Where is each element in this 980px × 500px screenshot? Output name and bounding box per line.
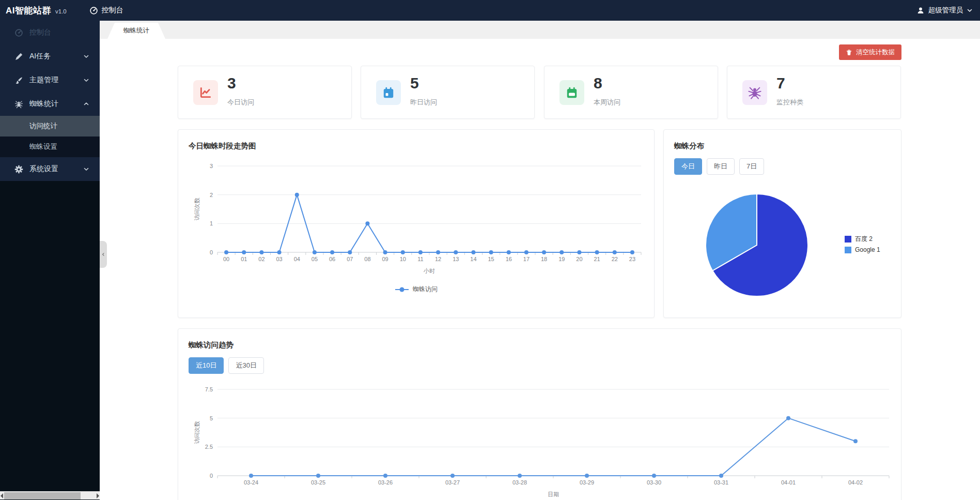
svg-text:06: 06 [329, 256, 335, 262]
legend-swatch [845, 247, 851, 253]
sidebar-item-system-settings[interactable]: 系统设置 [0, 157, 100, 181]
svg-text:17: 17 [523, 256, 530, 262]
filter-7day-button[interactable]: 7日 [739, 158, 764, 175]
topbar: AI智能站群 v1.0 控制台 超级管理员 [0, 0, 980, 21]
legend-item-baidu[interactable]: 百度 2 [845, 235, 880, 244]
clear-stats-button[interactable]: 清空统计数据 [839, 44, 901, 60]
svg-text:19: 19 [558, 256, 565, 262]
svg-text:01: 01 [241, 256, 247, 262]
svg-text:日期: 日期 [548, 491, 559, 497]
scroll-left-arrow[interactable] [1, 493, 3, 498]
filter-30day-button[interactable]: 近30日 [228, 357, 263, 374]
svg-text:7.5: 7.5 [205, 386, 213, 392]
stat-label: 本周访问 [594, 98, 620, 107]
spider-icon [742, 80, 767, 105]
sidebar: 控制台 AI任务 主题管理 蜘蛛统计 访问统计 蜘蛛设置 系统设置 [0, 21, 100, 500]
stat-label: 昨日访问 [410, 98, 437, 107]
stat-value: 5 [410, 74, 419, 92]
svg-text:16: 16 [506, 256, 512, 262]
sidebar-item-label: 控制台 [29, 28, 51, 37]
horizontal-scrollbar[interactable] [0, 491, 100, 499]
svg-text:09: 09 [382, 256, 388, 262]
svg-text:05: 05 [312, 256, 318, 262]
svg-text:04: 04 [294, 256, 300, 262]
sidebar-subitem-label: 蜘蛛设置 [29, 142, 57, 151]
user-menu[interactable]: 超级管理员 [916, 6, 973, 15]
sidebar-item-themes[interactable]: 主题管理 [0, 68, 100, 92]
svg-text:03-26: 03-26 [378, 479, 393, 486]
sidebar-subitem-spider-settings[interactable]: 蜘蛛设置 [0, 137, 100, 157]
legend-line-marker-icon [395, 286, 409, 293]
svg-text:13: 13 [453, 256, 459, 262]
svg-text:00: 00 [223, 256, 229, 262]
svg-text:18: 18 [541, 256, 547, 262]
topnav-console-label: 控制台 [102, 6, 123, 15]
sidebar-item-label: 系统设置 [29, 164, 58, 174]
filter-today-button[interactable]: 今日 [674, 158, 702, 175]
hourly-chart-legend[interactable]: 蜘蛛访问 [178, 285, 654, 294]
stat-card-yesterday: 5 昨日访问 [361, 66, 535, 119]
sidebar-item-spider-stats[interactable]: 蜘蛛统计 [0, 92, 100, 116]
panel-title: 蜘蛛访问趋势 [189, 340, 234, 350]
user-name: 超级管理员 [928, 6, 963, 15]
scroll-right-arrow[interactable] [97, 493, 99, 498]
sidebar-item-ai-tasks[interactable]: AI任务 [0, 44, 100, 68]
legend-label: Google 1 [855, 246, 880, 253]
svg-text:11: 11 [417, 256, 423, 262]
chevron-down-icon [83, 77, 89, 83]
svg-text:03: 03 [276, 256, 282, 262]
svg-text:5: 5 [210, 415, 213, 421]
svg-text:22: 22 [612, 256, 618, 262]
app-logo: AI智能站群 [6, 5, 51, 17]
stat-card-week: 8 本周访问 [544, 66, 718, 119]
pie-legend: 百度 2 Google 1 [845, 235, 880, 256]
svg-text:小时: 小时 [423, 268, 435, 274]
calendar-icon [559, 80, 584, 105]
legend-label: 蜘蛛访问 [413, 285, 438, 294]
hourly-chart-panel: 今日蜘蛛时段走势图 0123访问次数0001020304050607080910… [178, 129, 655, 318]
sidebar-subitem-visit-stats[interactable]: 访问统计 [0, 116, 100, 137]
scrollbar-thumb[interactable] [4, 492, 81, 499]
chevron-down-icon [967, 7, 973, 13]
svg-text:07: 07 [347, 256, 353, 262]
stat-label: 监控种类 [776, 98, 803, 107]
filter-10day-button[interactable]: 近10日 [189, 357, 224, 374]
stat-value: 3 [227, 74, 236, 92]
svg-text:03-30: 03-30 [647, 479, 661, 486]
filter-yesterday-button[interactable]: 昨日 [707, 158, 735, 175]
hourly-line-chart: 0123访问次数00010203040506070809101112131415… [188, 155, 646, 276]
svg-text:03-24: 03-24 [244, 479, 258, 486]
tab-spider-stats[interactable]: 蜘蛛统计 [107, 23, 165, 39]
svg-text:03-29: 03-29 [580, 479, 594, 486]
svg-text:03-25: 03-25 [311, 479, 325, 486]
svg-text:23: 23 [629, 256, 635, 262]
brush-icon [14, 76, 23, 85]
spider-icon [14, 100, 23, 109]
sidebar-item-console[interactable]: 控制台 [0, 21, 100, 44]
svg-text:访问次数: 访问次数 [194, 198, 200, 221]
gear-icon [14, 165, 23, 174]
dashboard-icon [89, 6, 98, 15]
legend-item-google[interactable]: Google 1 [845, 246, 880, 253]
distribution-panel: 蜘蛛分布 今日 昨日 7日 百度 2 Google 1 [663, 129, 901, 318]
svg-text:12: 12 [435, 256, 441, 262]
stat-value: 8 [594, 74, 602, 92]
calendar-icon [376, 80, 401, 105]
trend-panel: 蜘蛛访问趋势 近10日 近30日 02.557.5访问次数03-2403-250… [178, 328, 901, 500]
svg-text:20: 20 [576, 256, 582, 262]
legend-swatch [845, 236, 851, 243]
distribution-filters: 今日 昨日 7日 [674, 158, 769, 175]
trash-icon [846, 49, 852, 56]
svg-text:08: 08 [364, 256, 370, 262]
svg-text:03-27: 03-27 [445, 479, 460, 486]
chevron-left-icon [101, 252, 105, 257]
sidebar-item-label: 蜘蛛统计 [29, 99, 58, 109]
topnav-console[interactable]: 控制台 [84, 0, 129, 21]
legend-label: 百度 2 [855, 235, 873, 244]
svg-text:03-31: 03-31 [714, 479, 728, 486]
svg-text:0: 0 [210, 249, 213, 255]
sidebar-collapse-handle[interactable] [100, 241, 107, 268]
svg-text:14: 14 [470, 256, 476, 262]
trend-filters: 近10日 近30日 [189, 357, 269, 374]
chevron-down-icon [83, 166, 89, 172]
